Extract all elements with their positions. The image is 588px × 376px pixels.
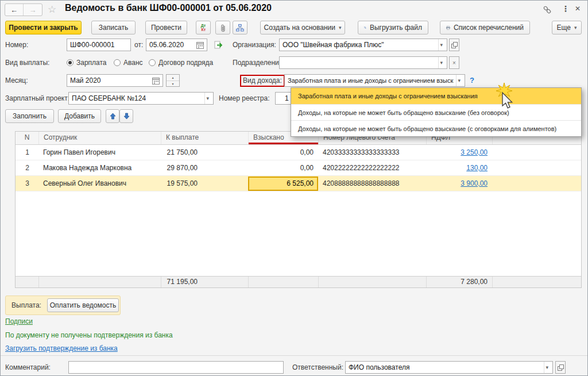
department-label: Подразделение: bbox=[233, 56, 285, 69]
cell-withheld[interactable]: 0,00 bbox=[248, 160, 318, 175]
registry-number-label: Номер реестра: bbox=[219, 92, 269, 105]
export-file-button[interactable]: Выгрузить файл bbox=[358, 21, 428, 34]
signatures-link[interactable]: Подписи bbox=[5, 317, 33, 325]
transfer-list-button[interactable]: Список перечислений bbox=[440, 21, 530, 34]
radio-advance-label[interactable]: Аванс bbox=[123, 56, 143, 69]
chevron-down-icon: ▾ bbox=[339, 25, 342, 30]
employees-table: N Сотрудник К выплате Взыскано Номер лиц… bbox=[15, 131, 582, 288]
department-combo[interactable]: ▾ bbox=[279, 56, 447, 69]
responsible-combo[interactable]: ФИО пользователя ▾ bbox=[345, 361, 553, 374]
cell-employee[interactable]: Горин Павел Игоревич bbox=[38, 145, 161, 160]
radio-salary-label[interactable]: Зарплата bbox=[76, 56, 107, 69]
open-responsible-button[interactable] bbox=[555, 361, 566, 374]
save-button[interactable]: Записать bbox=[91, 21, 136, 34]
header-n[interactable]: N bbox=[16, 132, 38, 144]
bank-status-text: По документу не получены подтверждения и… bbox=[5, 331, 173, 339]
organization-label: Организация: bbox=[233, 39, 276, 51]
number-input[interactable]: ШФ00-000001 bbox=[67, 39, 131, 51]
calendar-icon[interactable] bbox=[152, 77, 160, 85]
spin-down-icon[interactable]: ▾ bbox=[167, 81, 179, 87]
related-docs-button[interactable] bbox=[233, 21, 247, 34]
clear-department-button[interactable]: × bbox=[449, 56, 459, 69]
create-based-on-button[interactable]: Создать на основании ▾ bbox=[260, 21, 345, 34]
move-up-button[interactable] bbox=[106, 109, 119, 123]
favorite-star-icon[interactable]: ☆ bbox=[48, 3, 56, 16]
pay-statement-button[interactable]: Оплатить ведомость bbox=[47, 298, 119, 312]
total-to-pay: 71 195,00 bbox=[161, 277, 248, 287]
radio-contract[interactable] bbox=[149, 59, 156, 66]
chevron-down-icon[interactable]: ▾ bbox=[438, 39, 444, 51]
cell-employee[interactable]: Макова Надежда Марковна bbox=[38, 160, 161, 175]
open-organization-button[interactable] bbox=[449, 39, 459, 51]
help-link[interactable]: ? bbox=[470, 74, 474, 87]
header-employee[interactable]: Сотрудник bbox=[38, 132, 161, 144]
radio-contract-label[interactable]: Договор подряда bbox=[158, 56, 213, 69]
goto-icon[interactable] bbox=[214, 41, 224, 52]
ndfl-link[interactable]: 130,00 bbox=[466, 164, 488, 172]
clear-icon: × bbox=[452, 60, 456, 66]
number-label: Номер: bbox=[5, 39, 28, 51]
table-row-selected[interactable]: 3 Северный Олег Иванович 19 575,00 6 525… bbox=[16, 176, 581, 191]
more-button[interactable]: Еще ▾ bbox=[552, 21, 582, 34]
chevron-down-icon[interactable]: ▾ bbox=[438, 57, 444, 68]
income-kind-combo[interactable]: Заработная плата и иные доходы с огранич… bbox=[284, 74, 465, 87]
radio-advance[interactable] bbox=[114, 59, 121, 66]
forward-button[interactable]: → bbox=[24, 4, 42, 16]
attach-button[interactable] bbox=[215, 21, 230, 34]
cell-withheld-editing[interactable]: 6 525,00 bbox=[248, 177, 318, 191]
cell-account[interactable]: 42033333333333333333 bbox=[318, 145, 426, 160]
month-spinner[interactable]: ▴ ▾ bbox=[166, 74, 180, 87]
structure-icon bbox=[236, 24, 244, 32]
kebab-menu-icon[interactable]: ⋮ bbox=[562, 4, 570, 13]
calendar-icon[interactable] bbox=[196, 41, 204, 49]
mouse-cursor bbox=[489, 80, 519, 116]
radio-salary[interactable] bbox=[67, 59, 74, 66]
income-kind-label: Вид дохода: bbox=[240, 75, 285, 87]
fill-button[interactable]: Заполнить bbox=[5, 109, 54, 123]
month-input[interactable]: Май 2020 bbox=[67, 74, 163, 87]
post-and-close-button[interactable]: Провести и закрыть bbox=[5, 21, 82, 34]
chevron-down-icon: ▾ bbox=[574, 25, 577, 30]
cell-withheld[interactable]: 0,00 bbox=[248, 145, 318, 160]
cell-account[interactable]: 42022222222222222222 bbox=[318, 160, 426, 175]
chevron-down-icon[interactable]: ▾ bbox=[456, 75, 462, 86]
dropdown-item-selected[interactable]: Заработная плата и иные доходы с огранич… bbox=[291, 88, 581, 104]
comment-input[interactable] bbox=[68, 361, 284, 374]
ndfl-link[interactable]: 3 250,00 bbox=[461, 148, 488, 156]
table-row[interactable]: 1 Горин Павел Игоревич 21 750,00 0,00 42… bbox=[16, 145, 581, 160]
get-link-icon[interactable] bbox=[543, 5, 552, 17]
close-icon[interactable]: ✕ bbox=[575, 5, 581, 13]
spin-up-icon[interactable]: ▴ bbox=[167, 75, 179, 81]
organization-combo[interactable]: ООО "Швейная фабрика Плюс" ▾ bbox=[279, 39, 447, 51]
income-kind-dropdown: Заработная плата и иные доходы с огранич… bbox=[291, 87, 582, 137]
dtkt-icon: ДтКт bbox=[201, 24, 206, 32]
totals-row: 71 195,00 7 280,00 bbox=[16, 276, 581, 287]
cell-account[interactable]: 42088888888888888888 bbox=[318, 176, 426, 191]
dropdown-item[interactable]: Доходы, на которые не может быть обращен… bbox=[291, 120, 581, 136]
date-input[interactable]: 05.06.2020 bbox=[146, 39, 207, 51]
header-to-pay[interactable]: К выплате bbox=[161, 132, 248, 144]
total-ndfl: 7 280,00 bbox=[426, 277, 492, 287]
open-icon bbox=[558, 365, 564, 371]
cell-to-pay[interactable]: 19 575,00 bbox=[161, 176, 248, 191]
chevron-down-icon[interactable]: ▾ bbox=[544, 362, 550, 373]
ndfl-link[interactable]: 3 900,00 bbox=[461, 179, 488, 187]
dtkt-button[interactable]: ДтКт bbox=[196, 21, 211, 34]
salary-project-combo[interactable]: ПАО СБЕРБАНК №124 ▾ bbox=[68, 92, 214, 105]
table-row[interactable]: 2 Макова Надежда Марковна 29 870,00 0,00… bbox=[16, 160, 581, 176]
table-empty-area bbox=[16, 191, 581, 276]
printer-icon bbox=[446, 24, 450, 32]
document-window: ← → ☆ Ведомость в банк ШФ00-000001 от 05… bbox=[0, 0, 588, 376]
chevron-down-icon[interactable]: ▾ bbox=[204, 93, 210, 104]
payment-label: Выплата: bbox=[11, 299, 41, 312]
cell-employee[interactable]: Северный Олег Иванович bbox=[38, 176, 161, 191]
move-down-button[interactable] bbox=[119, 109, 133, 123]
add-button[interactable]: Добавить bbox=[58, 109, 101, 123]
cell-to-pay[interactable]: 21 750,00 bbox=[161, 145, 248, 160]
dropdown-item[interactable]: Доходы, на которые не может быть обращен… bbox=[291, 104, 581, 120]
load-confirmation-link[interactable]: Загрузить подтверждение из банка bbox=[5, 344, 118, 352]
salary-project-label: Зарплатный проект: bbox=[5, 92, 69, 105]
back-button[interactable]: ← bbox=[5, 4, 24, 16]
post-button[interactable]: Провести bbox=[145, 21, 187, 34]
cell-to-pay[interactable]: 29 870,00 bbox=[161, 160, 248, 175]
